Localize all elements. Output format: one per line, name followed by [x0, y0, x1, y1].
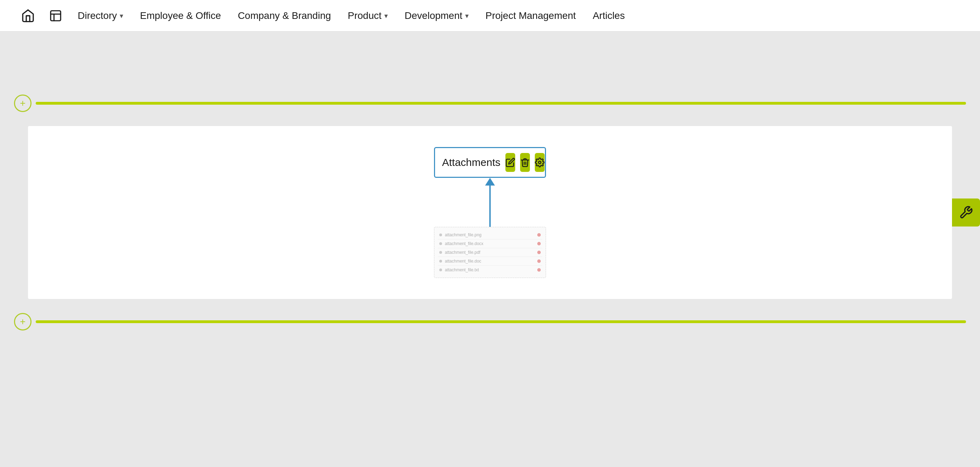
page-icon[interactable] [49, 9, 62, 22]
navbar: Directory ▾ Employee & Office Company & … [0, 0, 980, 32]
add-section-button-top[interactable]: + [14, 94, 32, 112]
attachments-title: Attachments [442, 156, 501, 168]
nav-item-development[interactable]: Development ▾ [403, 7, 470, 24]
svg-rect-0 [51, 11, 61, 21]
main-content: + Attachments [0, 32, 980, 365]
settings-button[interactable] [535, 153, 545, 172]
table-row: attachment_file.txt [438, 266, 542, 274]
add-section-button-bottom[interactable]: + [14, 313, 32, 330]
arrow-head [485, 178, 495, 185]
home-icon[interactable] [21, 9, 35, 23]
nav-item-directory[interactable]: Directory ▾ [76, 7, 125, 24]
wrench-button[interactable] [952, 199, 980, 226]
table-row: attachment_file.docx [438, 239, 542, 248]
nav-item-employee-office[interactable]: Employee & Office [138, 7, 222, 24]
chevron-down-icon-product: ▾ [384, 11, 388, 20]
arrow-line [489, 185, 491, 227]
attachments-preview-table: attachment_file.png attachment_file.docx… [434, 227, 546, 278]
arrow-indicator [485, 178, 495, 227]
delete-button[interactable] [520, 153, 530, 172]
table-row: attachment_file.png [438, 231, 542, 239]
table-row: attachment_file.doc [438, 257, 542, 266]
top-divider-line [36, 102, 966, 105]
bottom-divider-row: + [0, 313, 980, 330]
widget-container: Attachments [434, 147, 546, 278]
nav-item-project-management[interactable]: Project Management [484, 7, 577, 24]
table-row: attachment_file.pdf [438, 248, 542, 257]
nav-item-product[interactable]: Product ▾ [347, 7, 390, 24]
bottom-divider-line [36, 320, 966, 323]
svg-point-3 [538, 161, 541, 164]
chevron-down-icon-dev: ▾ [465, 11, 469, 20]
chevron-down-icon: ▾ [120, 11, 123, 20]
top-divider-row: + [0, 94, 980, 112]
nav-item-company-branding[interactable]: Company & Branding [236, 7, 332, 24]
attachments-card: Attachments [434, 147, 546, 178]
content-block: Attachments [28, 126, 952, 299]
edit-button[interactable] [505, 153, 515, 172]
nav-item-articles[interactable]: Articles [591, 7, 626, 24]
